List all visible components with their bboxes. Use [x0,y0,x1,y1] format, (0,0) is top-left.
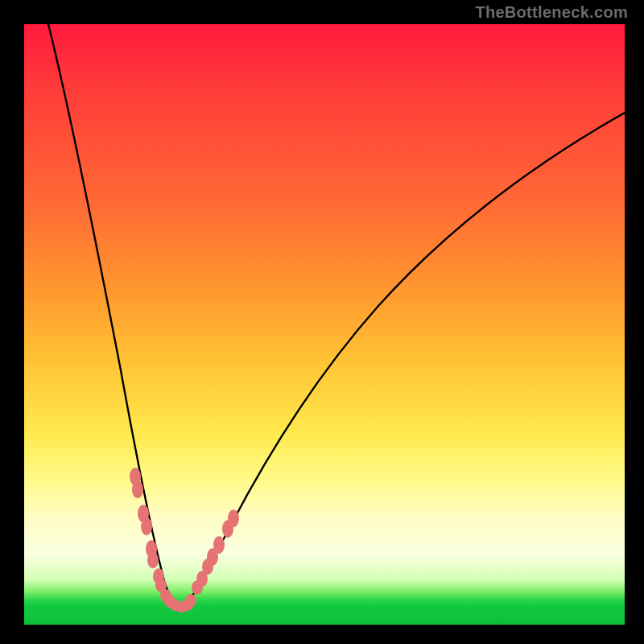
chart-svg [24,24,625,625]
markers-right [180,510,239,611]
curve-left [48,24,180,607]
plot-area [24,24,625,625]
markers-left [130,468,188,613]
svg-point-14 [185,594,196,607]
curve-right [185,113,625,607]
chart-frame: TheBottleneck.com [0,0,644,644]
svg-point-19 [213,536,225,554]
svg-point-5 [147,552,159,568]
svg-point-21 [228,510,239,527]
watermark-text: TheBottleneck.com [475,3,628,22]
svg-point-1 [132,481,143,498]
svg-point-3 [141,518,152,535]
